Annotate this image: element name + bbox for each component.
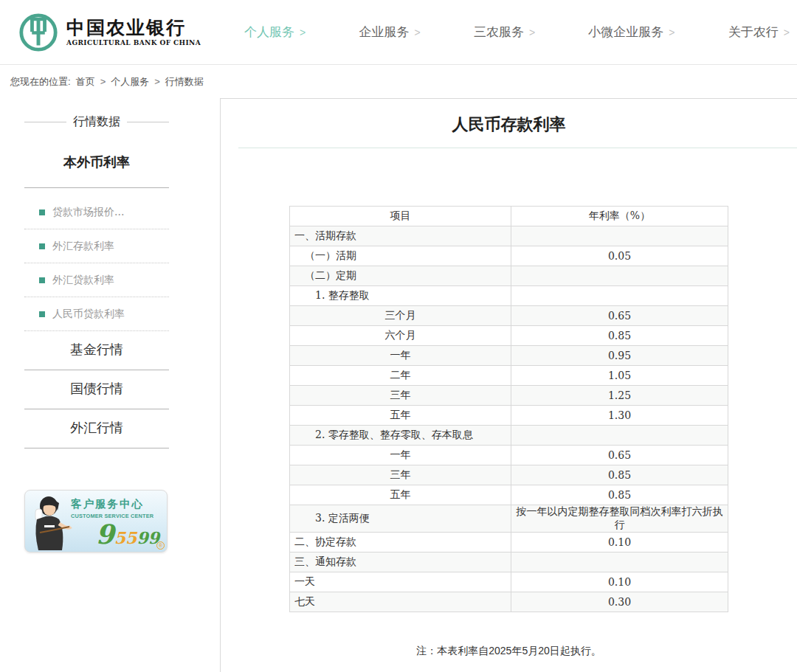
item-cell: 一天: [290, 572, 511, 592]
item-cell: 3. 定活两便: [290, 505, 511, 533]
item-cell: 三年: [290, 465, 511, 485]
item-cell: 二年: [290, 366, 511, 386]
divider: [127, 122, 169, 122]
rate-cell: 0.65: [511, 446, 728, 465]
rates-table-body: 一、活期存款（一）活期0.05（二）定期1. 整存整取三个月0.65六个月0.8…: [290, 226, 728, 612]
table-row: 二、协定存款0.10: [290, 533, 728, 553]
rate-cell: 按一年以内定期整存整取同档次利率打六折执行: [511, 505, 728, 533]
table-row: 六个月0.85: [290, 326, 728, 346]
item-cell: 2. 零存整取、整存零取、存本取息: [290, 426, 511, 446]
item-cell: 三、通知存款: [290, 553, 511, 572]
rate-cell: 0.85: [511, 485, 728, 505]
rate-cell: [511, 286, 728, 306]
item-cell: 二、协定存款: [290, 533, 511, 553]
deposit-rates-table: 项目 年利率（%） 一、活期存款（一）活期0.05（二）定期1. 整存整取三个月…: [289, 206, 728, 612]
table-row: 一年0.95: [290, 346, 728, 366]
trademark-badge: ®: [156, 541, 165, 550]
sidebar-item-fx-loan-rates[interactable]: 外汇贷款利率: [24, 263, 169, 297]
abc-logo-icon: [18, 12, 59, 53]
table-row: 五年0.85: [290, 485, 728, 505]
column-header-item: 项目: [290, 207, 511, 226]
rate-cell: 0.10: [511, 533, 728, 553]
sidebar-item-fund-market[interactable]: 基金行情: [24, 331, 169, 370]
sidebar-item-fx-deposit-rates[interactable]: 外汇存款利率: [24, 229, 169, 263]
bullet-square-icon: [39, 311, 45, 317]
rate-cell: 1.30: [511, 406, 728, 426]
site-header: 中国农业银行 AGRICULTURAL BANK OF CHINA 个人服务> …: [0, 0, 797, 65]
sidebar-item-treasury-market[interactable]: 国债行情: [24, 370, 169, 409]
table-row: 五年1.30: [290, 406, 728, 426]
item-cell: 一年: [290, 446, 511, 465]
table-row: 3. 定活两便按一年以内定期整存整取同档次利率打六折执行: [290, 505, 728, 533]
table-row: （一）活期0.05: [290, 246, 728, 266]
table-row: （二）定期: [290, 266, 728, 286]
rate-cell: 0.85: [511, 326, 728, 346]
chevron-right-icon: >: [784, 27, 790, 38]
table-row: 一、活期存款: [290, 226, 728, 246]
page-title: 人民币存款利率: [221, 114, 797, 136]
chevron-right-icon: >: [300, 27, 306, 38]
rate-cell: 0.05: [511, 246, 728, 266]
nav-corporate[interactable]: 企业服务>: [359, 24, 420, 41]
item-cell: 三个月: [290, 306, 511, 326]
breadcrumb-separator: >: [100, 76, 106, 87]
chevron-right-icon: >: [529, 27, 535, 38]
bullet-square-icon: [39, 243, 45, 249]
rate-cell: [511, 226, 728, 246]
sidebar-item-rmb-loan-rates[interactable]: 人民币贷款利率: [24, 297, 169, 331]
rate-cell: 0.85: [511, 465, 728, 485]
chevron-right-icon: >: [669, 27, 674, 38]
bank-logo[interactable]: 中国农业银行 AGRICULTURAL BANK OF CHINA: [18, 12, 204, 53]
item-cell: 三年: [290, 386, 511, 406]
breadcrumb-market-data[interactable]: 行情数据: [165, 75, 204, 89]
breadcrumb-personal[interactable]: 个人服务: [111, 75, 149, 89]
service-center-title-cn: 客户服务中心: [71, 497, 153, 511]
effective-date-note: 注：本表利率自2025年5月20日起执行。: [221, 645, 797, 658]
breadcrumb-label: 您现在的位置:: [10, 75, 71, 89]
breadcrumb: 您现在的位置: 首页 > 个人服务 > 行情数据: [0, 65, 797, 98]
rate-cell: 0.30: [511, 592, 728, 612]
chevron-right-icon: >: [414, 27, 420, 38]
sidebar-item-currency-rates[interactable]: 本外币利率: [24, 148, 169, 188]
item-cell: 五年: [290, 406, 511, 426]
breadcrumb-home[interactable]: 首页: [76, 75, 95, 89]
item-cell: 五年: [290, 485, 511, 505]
nav-small-business[interactable]: 小微企业服务>: [588, 24, 674, 41]
bank-name-en: AGRICULTURAL BANK OF CHINA: [66, 39, 201, 46]
customer-service-banner[interactable]: 客户服务中心 CUSTOMER SERVICE CENTER 95599 ®: [24, 490, 168, 553]
service-phone-number: 95599: [96, 521, 159, 547]
item-cell: 六个月: [290, 326, 511, 346]
item-cell: 七天: [290, 592, 511, 612]
rate-cell: [511, 553, 728, 572]
rate-cell: 0.95: [511, 346, 728, 366]
service-agent-image: [27, 494, 72, 552]
main-content: 人民币存款利率 项目 年利率（%） 一、活期存款（一）活期0.05（二）定期1.…: [220, 98, 797, 672]
table-row: 三个月0.65: [290, 306, 728, 326]
item-cell: （一）活期: [290, 246, 511, 266]
title-divider: [238, 148, 797, 148]
column-header-rate: 年利率（%）: [511, 207, 728, 226]
bullet-square-icon: [39, 277, 45, 283]
item-cell: 一、活期存款: [290, 226, 511, 246]
breadcrumb-separator: >: [154, 76, 160, 87]
item-cell: 一年: [290, 346, 511, 366]
sidebar-group-title: 行情数据: [24, 114, 169, 130]
table-header-row: 项目 年利率（%）: [290, 207, 728, 226]
sidebar-item-lpr[interactable]: 贷款市场报价...: [24, 195, 169, 229]
table-row: 一年0.65: [290, 446, 728, 465]
rate-cell: [511, 426, 728, 446]
nav-about[interactable]: 关于农行>: [728, 24, 790, 41]
nav-personal[interactable]: 个人服务>: [244, 24, 306, 41]
rate-cell: [511, 266, 728, 286]
item-cell: 1. 整存整取: [290, 286, 511, 306]
divider: [24, 122, 66, 122]
sidebar-item-fx-market[interactable]: 外汇行情: [24, 409, 169, 448]
table-row: 2. 零存整取、整存零取、存本取息: [290, 426, 728, 446]
bullet-square-icon: [39, 209, 45, 215]
nav-rural[interactable]: 三农服务>: [474, 24, 535, 41]
table-row: 七天0.30: [290, 592, 728, 612]
main-nav: 个人服务> 企业服务> 三农服务> 小微企业服务> 关于农行>: [204, 24, 797, 41]
bank-name-cn: 中国农业银行: [66, 18, 201, 39]
rate-cell: 0.65: [511, 306, 728, 326]
table-row: 三、通知存款: [290, 553, 728, 572]
